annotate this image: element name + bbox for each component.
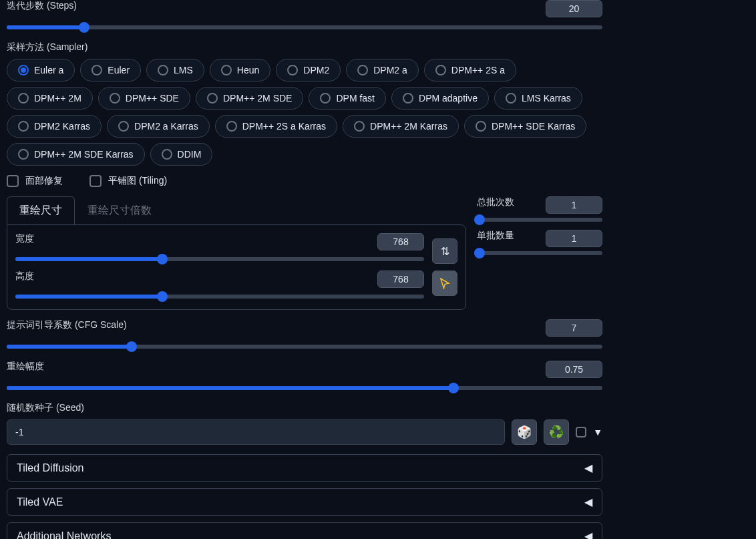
swap-icon: ⇅ — [441, 245, 449, 258]
radio-dot-icon — [162, 149, 172, 160]
sampler-option-label: DPM++ 2M — [34, 93, 81, 104]
radio-dot-icon — [18, 65, 29, 75]
radio-dot-icon — [18, 93, 29, 104]
sampler-group: Euler aEulerLMSHeunDPM2DPM2 aDPM++ 2S aD… — [7, 59, 602, 166]
radio-dot-icon — [158, 65, 168, 75]
sampler-option-18[interactable]: DPM++ 2M SDE Karras — [7, 143, 145, 166]
sampler-option-16[interactable]: DPM++ 2M Karras — [343, 115, 459, 138]
sampler-option-5[interactable]: DPM2 a — [346, 59, 419, 81]
sampler-option-label: DPM2 a Karras — [134, 121, 198, 132]
sampler-option-1[interactable]: Euler — [80, 59, 141, 81]
sampler-option-label: DDIM — [178, 149, 202, 160]
accordion-0[interactable]: Tiled Diffusion◀ — [7, 454, 602, 482]
height-slider[interactable] — [15, 295, 424, 299]
sampler-option-17[interactable]: DPM++ SDE Karras — [464, 115, 586, 138]
sampler-option-label: DPM2 a — [373, 65, 407, 75]
radio-dot-icon — [18, 121, 29, 132]
tab-resize[interactable]: 重绘尺寸 — [7, 196, 75, 224]
sampler-option-label: LMS Karras — [522, 93, 571, 104]
face-restore-checkbox[interactable]: 面部修复 — [7, 175, 63, 187]
denoise-slider[interactable] — [7, 386, 602, 390]
radio-dot-icon — [403, 93, 413, 104]
radio-dot-icon — [357, 65, 368, 75]
chevron-left-icon: ◀ — [584, 530, 592, 539]
chevron-left-icon: ◀ — [584, 496, 592, 508]
cfg-value[interactable]: 7 — [546, 319, 602, 337]
sampler-option-label: DPM++ 2M SDE — [223, 93, 292, 104]
sampler-option-7[interactable]: DPM++ 2M — [7, 87, 93, 110]
sampler-option-19[interactable]: DDIM — [150, 143, 213, 166]
radio-dot-icon — [91, 65, 102, 75]
tiling-label: 平铺图 (Tiling) — [108, 175, 167, 187]
accordion-1[interactable]: Tiled VAE◀ — [7, 488, 602, 516]
radio-dot-icon — [226, 121, 237, 132]
width-slider[interactable] — [15, 257, 424, 261]
sampler-option-label: DPM++ SDE Karras — [492, 121, 575, 132]
batch-size-value[interactable]: 1 — [546, 230, 602, 247]
height-value[interactable]: 768 — [377, 271, 424, 288]
sampler-option-9[interactable]: DPM++ 2M SDE — [196, 87, 303, 110]
sampler-label: 采样方法 (Sampler) — [7, 41, 602, 53]
radio-dot-icon — [287, 65, 298, 75]
chevron-left-icon: ◀ — [584, 462, 592, 474]
radio-dot-icon — [476, 121, 486, 132]
seed-extra-checkbox[interactable] — [576, 427, 586, 437]
sampler-option-14[interactable]: DPM2 a Karras — [107, 115, 210, 138]
steps-value[interactable]: 20 — [546, 0, 602, 17]
sampler-option-label: DPM++ 2S a — [451, 65, 505, 75]
sampler-option-10[interactable]: DPM fast — [309, 87, 386, 110]
cursor-icon — [439, 277, 451, 289]
sampler-option-label: DPM++ 2M Karras — [370, 121, 447, 132]
sampler-option-12[interactable]: LMS Karras — [494, 87, 582, 110]
sampler-option-13[interactable]: DPM2 Karras — [7, 115, 102, 138]
sampler-option-label: DPM++ SDE — [126, 93, 179, 104]
denoise-value[interactable]: 0.75 — [546, 361, 602, 378]
radio-dot-icon — [435, 65, 446, 75]
radio-dot-icon — [221, 65, 232, 75]
height-label: 高度 — [15, 271, 42, 283]
sampler-option-11[interactable]: DPM adaptive — [391, 87, 489, 110]
sampler-option-6[interactable]: DPM++ 2S a — [424, 59, 516, 81]
radio-dot-icon — [354, 121, 365, 132]
sampler-option-label: DPM adaptive — [419, 93, 478, 104]
random-seed-button[interactable]: 🎲 — [512, 419, 537, 445]
accordion-2[interactable]: Additional Networks◀ — [7, 522, 602, 539]
batch-count-label: 总批次数 — [477, 196, 514, 208]
sampler-option-2[interactable]: LMS — [146, 59, 204, 81]
sampler-option-label: DPM2 Karras — [34, 121, 90, 132]
sampler-option-label: Euler a — [34, 65, 63, 75]
sampler-option-4[interactable]: DPM2 — [276, 59, 341, 81]
swap-dimensions-button[interactable]: ⇅ — [432, 238, 457, 264]
accordion-title: Tiled VAE — [17, 496, 63, 508]
accordion-title: Tiled Diffusion — [17, 462, 84, 474]
sampler-option-label: DPM++ 2M SDE Karras — [34, 149, 134, 160]
sampler-option-label: DPM2 — [303, 65, 329, 75]
batch-count-value[interactable]: 1 — [546, 196, 602, 214]
sampler-option-label: Heun — [237, 65, 259, 75]
sampler-option-label: LMS — [174, 65, 193, 75]
steps-slider[interactable] — [7, 25, 602, 29]
accordion-title: Additional Networks — [17, 530, 111, 540]
seed-input[interactable] — [7, 419, 505, 445]
radio-dot-icon — [110, 93, 120, 104]
recycle-icon: ♻️ — [549, 425, 564, 439]
reuse-seed-button[interactable]: ♻️ — [544, 419, 569, 445]
denoise-label: 重绘幅度 — [7, 361, 44, 373]
dice-icon: 🎲 — [517, 425, 532, 439]
cfg-slider[interactable] — [7, 345, 602, 349]
sampler-option-8[interactable]: DPM++ SDE — [98, 87, 190, 110]
triangle-tool-button[interactable] — [432, 271, 457, 296]
sampler-option-label: DPM fast — [336, 93, 375, 104]
sampler-option-0[interactable]: Euler a — [7, 59, 75, 81]
seed-expand-icon[interactable]: ▼ — [593, 427, 602, 437]
width-value[interactable]: 768 — [377, 233, 424, 250]
tiling-checkbox[interactable]: 平铺图 (Tiling) — [89, 175, 167, 187]
tab-resize-by[interactable]: 重绘尺寸倍数 — [75, 196, 164, 224]
face-restore-label: 面部修复 — [25, 175, 63, 187]
batch-size-slider[interactable] — [477, 251, 602, 255]
radio-dot-icon — [118, 121, 129, 132]
sampler-option-3[interactable]: Heun — [210, 59, 270, 81]
sampler-option-15[interactable]: DPM++ 2S a Karras — [215, 115, 337, 138]
sampler-option-label: DPM++ 2S a Karras — [242, 121, 326, 132]
batch-count-slider[interactable] — [477, 218, 602, 222]
